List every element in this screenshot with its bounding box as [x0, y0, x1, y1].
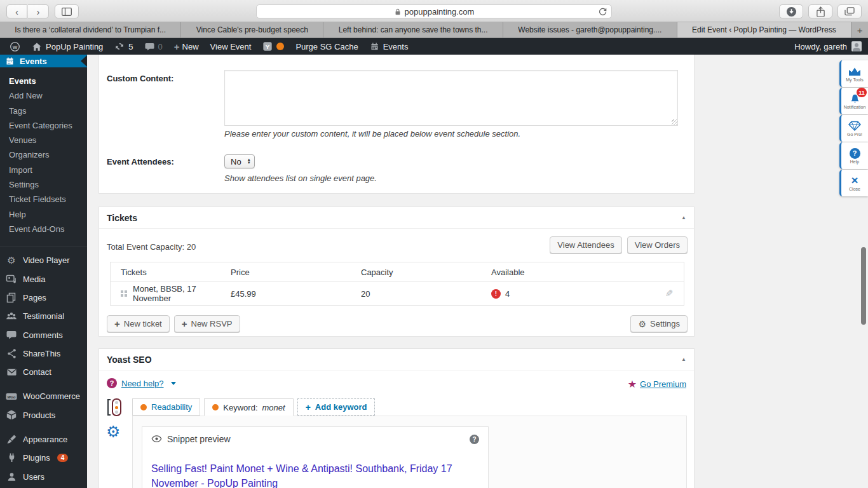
submenu-event-add-ons[interactable]: Event Add-Ons [9, 222, 87, 236]
edit-ticket-pencil-icon[interactable]: ✎ [665, 288, 674, 299]
notification-button[interactable]: Notification 11 [839, 88, 868, 114]
close-panel-button[interactable]: × Close [839, 170, 868, 196]
downloads-button[interactable] [779, 4, 803, 18]
yoast-menu[interactable]: Y [259, 41, 287, 51]
forward-button[interactable]: › [28, 4, 49, 18]
tab-2[interactable]: Vince Cable's pre-budget speech [181, 22, 323, 37]
view-event-menu[interactable]: View Event [207, 42, 255, 51]
sidebar-item-woocommerce[interactable]: Woo WooCommerce [0, 387, 87, 405]
tab-1[interactable]: Is there a ‘collateral dividend’ to Trum… [0, 22, 181, 37]
purge-cache-menu[interactable]: Purge SG Cache [292, 42, 361, 51]
tab-4[interactable]: Website issues - gareth@popuppainting...… [503, 22, 677, 37]
new-content-menu[interactable]: + New [171, 41, 202, 52]
sidebar-item-testimonial[interactable]: Testimonial [0, 307, 87, 325]
events-admin-menu[interactable]: Events [367, 42, 412, 51]
scrollbar-thumb[interactable] [861, 247, 866, 325]
browser-toolbar: ‹ › popuppainting.com [0, 0, 868, 22]
diamond-icon [848, 120, 861, 132]
sidebar-item-products[interactable]: Products [0, 406, 87, 424]
sidebar-item-comments[interactable]: Comments [0, 325, 87, 344]
ticket-settings-button[interactable]: ⚙Settings [630, 315, 688, 332]
snippet-title-link[interactable]: Selling Fast! Paint Monet + Wine & Antip… [151, 461, 475, 488]
submenu-add-new[interactable]: Add New [9, 88, 87, 103]
updates-menu[interactable]: 5 [111, 41, 136, 51]
sidebar-item-pages[interactable]: Pages [0, 288, 87, 307]
new-ticket-button[interactable]: +New ticket [107, 315, 170, 332]
events-label: Events [383, 42, 409, 51]
submenu-event-categories[interactable]: Event Categories [9, 118, 87, 133]
purge-label: Purge SG Cache [295, 42, 358, 51]
help-button[interactable]: ? Help [839, 142, 868, 169]
site-menu[interactable]: PopUp Painting [29, 42, 106, 51]
view-attendees-button[interactable]: View Attendees [550, 236, 621, 254]
need-help-link[interactable]: Need help? [121, 379, 164, 388]
collapse-arrow-icon[interactable]: ▲ [681, 215, 686, 220]
tabs-icon [844, 7, 855, 16]
tab-label: Keyword: [223, 403, 257, 412]
gear-icon: ⚙ [638, 319, 646, 329]
tab-readability[interactable]: Readability [132, 398, 200, 416]
sidebar-item-media[interactable]: Media [0, 270, 87, 288]
submenu-settings[interactable]: Settings [9, 177, 87, 192]
plus-icon: + [182, 318, 187, 329]
sidebar-item-users[interactable]: Users [0, 468, 87, 486]
yoast-logo-icon: Y [262, 41, 273, 51]
reload-button[interactable] [598, 7, 607, 18]
sidebar-toggle-button[interactable] [55, 4, 79, 18]
yoast-settings-gear-icon[interactable]: ⚙ [106, 423, 120, 441]
tabs-overview-button[interactable] [837, 4, 862, 18]
sidebar-icon [62, 8, 72, 16]
go-premium-link[interactable]: Go Premium [640, 379, 686, 389]
sidebar-item-sharethis[interactable]: ShareThis [0, 344, 87, 363]
sidebar-item-plugins[interactable]: Plugins 4 [0, 449, 87, 467]
tab-5-active[interactable]: Edit Event ‹ PopUp Painting — WordPress [677, 22, 851, 37]
wp-logo-menu[interactable]: W [6, 41, 24, 52]
collapse-arrow-icon[interactable]: ▲ [681, 356, 686, 362]
user-avatar[interactable] [851, 41, 862, 51]
tickets-panel-header[interactable]: Tickets ▲ [99, 207, 694, 229]
svg-text:Y: Y [266, 43, 270, 50]
snippet-help-icon[interactable]: ? [470, 435, 479, 444]
drag-handle-icon[interactable] [121, 290, 127, 297]
custom-content-textarea[interactable] [224, 70, 678, 126]
plus-icon: + [857, 25, 863, 36]
tab-add-keyword[interactable]: + Add keyword [297, 398, 376, 416]
submenu-import[interactable]: Import [9, 163, 87, 177]
event-attendees-select[interactable]: No ▲▼ [224, 154, 255, 168]
sidebar-item-contact[interactable]: Contact [0, 363, 87, 381]
go-pro-button[interactable]: Go Pro! [839, 115, 868, 142]
content-analysis-icon[interactable] [107, 398, 121, 416]
submenu-events[interactable]: Events [9, 74, 87, 88]
nav-buttons: ‹ › [6, 4, 49, 18]
submenu-tags[interactable]: Tags [9, 104, 87, 118]
comments-menu[interactable]: 0 [142, 42, 166, 51]
traffic-light-icon [112, 398, 121, 416]
tab-3[interactable]: Left behind: can anyone save the towns t… [323, 22, 503, 37]
yoast-panel-header[interactable]: Yoast SEO ▲ [99, 349, 694, 370]
url-field[interactable]: popuppainting.com [256, 4, 612, 18]
submenu-organizers[interactable]: Organizers [9, 147, 87, 162]
tab-keyword[interactable]: Keyword: monet [204, 398, 293, 416]
new-rsvp-button[interactable]: +New RSVP [174, 315, 240, 332]
view-orders-button[interactable]: View Orders [627, 236, 688, 254]
download-icon [786, 6, 797, 17]
url-text: popuppainting.com [405, 7, 475, 17]
menu-label: Comments [23, 330, 63, 340]
menu-label: Pages [23, 293, 46, 302]
sidebar-item-video-player[interactable]: ⚙ Video Player [0, 251, 87, 269]
submenu-help[interactable]: Help [9, 207, 87, 222]
home-icon [32, 42, 42, 51]
submenu-ticket-fieldsets[interactable]: Ticket Fieldsets [9, 192, 87, 207]
howdy-menu[interactable]: Howdy, gareth [794, 42, 847, 51]
sidebar-item-appearance[interactable]: Appearance [0, 430, 87, 449]
textarea-resize-grip[interactable] [672, 119, 677, 125]
my-tools-button[interactable]: My Tools [839, 60, 868, 87]
back-button[interactable]: ‹ [6, 4, 27, 18]
share-button[interactable] [808, 4, 832, 18]
sidebar-item-events[interactable]: Events [0, 55, 87, 67]
submenu-venues[interactable]: Venues [9, 133, 87, 147]
col-header-capacity: Capacity [361, 268, 491, 277]
chevron-down-icon[interactable] [171, 382, 176, 385]
low-stock-warning-icon: ! [491, 289, 501, 299]
new-tab-button[interactable]: + [851, 22, 868, 37]
